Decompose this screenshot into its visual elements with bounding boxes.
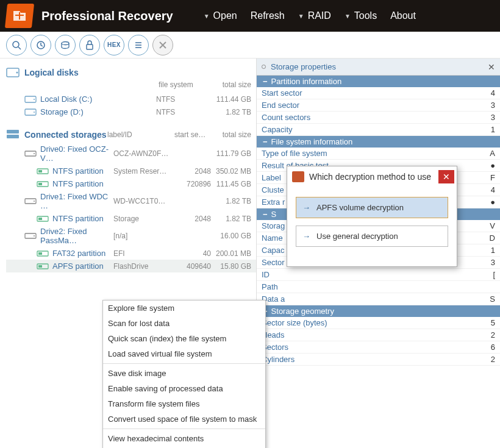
dialog-header: Which decryption method to use ✕ [287, 166, 457, 188]
tab-strip: Storage properties ✕ [257, 59, 500, 76]
group-title: Partition information [271, 77, 342, 86]
context-menu-item[interactable]: Load saved virtual file system [103, 346, 265, 361]
disk-icon[interactable] [55, 35, 76, 55]
partition-label: System Reser… [113, 167, 180, 176]
property-value: 4 [488, 185, 495, 194]
menu-raid[interactable]: ▼RAID [298, 10, 331, 21]
context-menu-item[interactable]: Transform file system files [103, 396, 265, 411]
property-key: Sector size (bytes) [262, 318, 488, 327]
menu-raid-label: RAID [308, 10, 331, 21]
menu-tools-label: Tools [354, 10, 377, 21]
partition-icon [37, 180, 49, 188]
property-group-header[interactable]: −Storage geometry [257, 305, 500, 317]
property-group-header[interactable]: −File system information [257, 136, 500, 148]
list-icon[interactable] [128, 35, 149, 55]
svg-point-15 [34, 112, 35, 113]
tab-title[interactable]: Storage properties [271, 62, 488, 71]
context-menu-item[interactable]: Enable saving of processed data [103, 381, 265, 396]
drive-row[interactable]: Drive1: Fixed WDC … WD-WCC1T0… 1.82 TB [6, 190, 256, 212]
property-key: Start sector [262, 88, 488, 98]
partition-row[interactable]: NTFS partition Storage 2048 1.82 TB [6, 212, 256, 225]
arrow-right-icon: → [302, 203, 310, 212]
logical-disk-row[interactable]: Local Disk (C:) NTFS 111.44 GB [6, 93, 256, 105]
disk-name: Local Disk (C:) [40, 94, 156, 104]
col-total: total size [213, 80, 256, 89]
drive-label: OCZ-AWNZ0F… [113, 149, 180, 158]
drive-name: Drive1: Fixed WDC … [40, 192, 113, 210]
property-key: Count sectors [262, 113, 488, 122]
property-value: 5 [488, 318, 495, 327]
partition-name: APFS partition [52, 261, 113, 271]
property-row: Heads2 [257, 329, 500, 341]
property-row: Start sector4 [257, 87, 500, 99]
arrow-right-icon: → [302, 232, 310, 241]
lock-icon[interactable] [79, 35, 100, 55]
dialog-icon [292, 171, 304, 182]
context-menu-item[interactable]: View hexadecimal contents [103, 431, 265, 446]
partition-icon [37, 167, 49, 176]
context-menu-item[interactable]: Explore file system [103, 300, 265, 316]
dialog-close-button[interactable]: ✕ [438, 170, 454, 183]
search-icon[interactable] [6, 35, 27, 55]
property-value: 3 [488, 113, 495, 122]
property-key: Data a [262, 294, 488, 304]
context-menu-item[interactable]: Scan for lost data [103, 316, 265, 331]
partition-row[interactable]: NTFS partition 720896 111.45 GB [6, 177, 256, 190]
menu-about[interactable]: About [390, 10, 416, 21]
svg-point-0 [13, 41, 19, 48]
connected-storages-label: Connected storages [24, 130, 107, 140]
property-row: Data aS [257, 293, 500, 305]
close-icon[interactable] [152, 35, 173, 55]
partition-size: 350.02 MB [211, 167, 256, 176]
partition-start: 720896 [180, 180, 211, 188]
property-value: F [488, 173, 495, 182]
partition-start: 2048 [180, 215, 211, 223]
context-menu-item[interactable]: Save disk image [103, 366, 265, 381]
time-search-icon[interactable] [30, 35, 51, 55]
tab-indicator-icon [262, 65, 266, 69]
property-key: Sectors [262, 343, 488, 352]
property-row: ID[ [257, 269, 500, 281]
svg-point-29 [34, 235, 35, 236]
property-value: 1 [488, 125, 495, 134]
drive-size: 111.79 GB [211, 149, 256, 158]
partition-icon [37, 215, 49, 223]
drive-icon [24, 232, 37, 240]
partition-start: 409640 [180, 262, 211, 271]
partition-name: NTFS partition [52, 214, 113, 223]
drive-row[interactable]: Drive0: Fixed OCZ-V… OCZ-AWNZ0F… 111.79 … [6, 143, 256, 165]
apfs-decryption-label: APFS volume decryption [316, 203, 404, 212]
context-menu-item[interactable]: Convert used space of file system to mas… [103, 411, 265, 427]
partition-label: EFI [113, 249, 180, 258]
partition-size: 1.82 TB [211, 215, 256, 223]
apfs-decryption-button[interactable]: → APFS volume decryption [296, 197, 448, 218]
partition-row[interactable]: NTFS partition System Reser… 2048 350.02… [6, 165, 256, 177]
partition-row[interactable]: FAT32 partition EFI 40 200.01 MB [6, 247, 256, 260]
svg-rect-4 [87, 44, 93, 49]
property-value: 3 [488, 258, 495, 267]
context-menu: Explore file systemScan for lost dataQui… [102, 300, 266, 448]
logical-col-head: file system total size [6, 80, 256, 89]
drive-size: 1.82 TB [211, 197, 256, 205]
menu-refresh[interactable]: Refresh [251, 10, 285, 21]
disk-fs: NTFS [156, 95, 211, 104]
menu-open-label: Open [213, 10, 237, 21]
storage-tree: Logical disks file system total size Loc… [0, 59, 256, 448]
property-group-header[interactable]: −Partition information [257, 76, 500, 87]
main-menu: ▼Open Refresh ▼RAID ▼Tools About [204, 10, 416, 21]
hex-icon[interactable]: HEX [104, 35, 124, 55]
col-label: label/ID [107, 130, 174, 139]
general-decryption-button[interactable]: → Use general decryption [296, 226, 448, 247]
logical-disk-row[interactable]: Storage (D:) NTFS 1.82 TB [6, 105, 256, 118]
menu-about-label: About [390, 10, 416, 21]
drive-label: [n/a] [113, 232, 180, 240]
toolbar: HEX [0, 32, 500, 59]
partition-row[interactable]: APFS partition FlashDrive 409640 15.80 G… [6, 260, 256, 272]
svg-rect-17 [7, 135, 19, 138]
tab-close-icon[interactable]: ✕ [488, 62, 495, 72]
context-menu-item[interactable]: Quick scan (index) the file system [103, 331, 265, 346]
menu-open[interactable]: ▼Open [204, 10, 237, 21]
drive-row[interactable]: Drive2: Fixed PassMa… [n/a] 16.00 GB [6, 225, 256, 247]
menu-tools[interactable]: ▼Tools [345, 10, 377, 21]
property-key: Capacity [262, 125, 488, 134]
